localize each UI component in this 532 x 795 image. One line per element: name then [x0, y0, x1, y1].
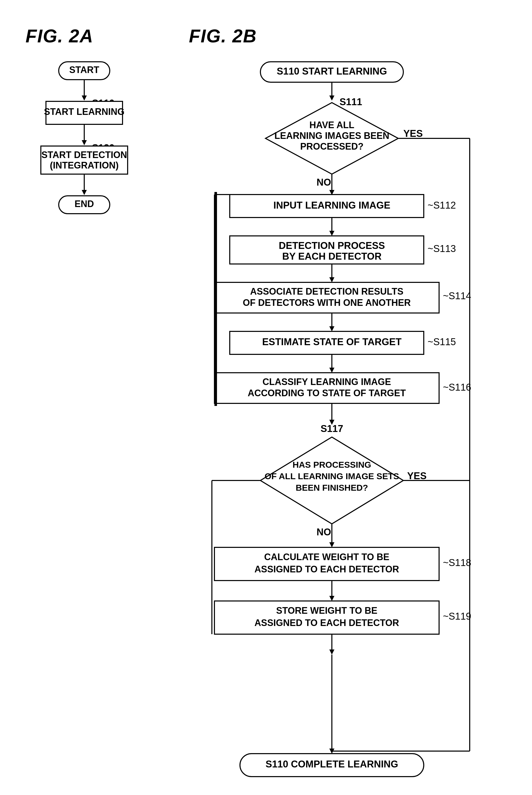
svg-marker-8	[82, 140, 87, 145]
svg-text:INPUT LEARNING IMAGE: INPUT LEARNING IMAGE	[273, 200, 390, 211]
svg-text:ASSOCIATE DETECTION RESULTS: ASSOCIATE DETECTION RESULTS	[250, 286, 404, 297]
svg-text:NO: NO	[317, 177, 331, 188]
svg-text:~S119: ~S119	[443, 611, 471, 622]
fig2a-container: FIG. 2A START S110 START LEARNING S120 S…	[25, 25, 143, 405]
svg-marker-74	[329, 542, 335, 547]
fig2b-title: FIG. 2B	[189, 25, 511, 46]
svg-text:HAVE ALL: HAVE ALL	[309, 120, 354, 130]
svg-text:~S118: ~S118	[443, 557, 471, 568]
svg-text:~S113: ~S113	[428, 243, 456, 254]
svg-text:ASSIGNED TO EACH DETECTOR: ASSIGNED TO EACH DETECTOR	[254, 618, 399, 628]
svg-marker-80	[329, 596, 335, 601]
svg-marker-89	[329, 649, 335, 655]
svg-text:CALCULATE WEIGHT TO BE: CALCULATE WEIGHT TO BE	[264, 552, 390, 562]
fig2b-flowchart: S110 START LEARNING S111 HAVE ALL LEARNI…	[189, 46, 511, 795]
svg-text:OF ALL LEARNING IMAGE SETS: OF ALL LEARNING IMAGE SETS	[264, 471, 399, 481]
svg-text:S117: S117	[321, 423, 343, 434]
svg-text:YES: YES	[403, 128, 423, 139]
svg-text:(INTEGRATION): (INTEGRATION)	[50, 160, 118, 171]
svg-text:ASSIGNED TO EACH DETECTOR: ASSIGNED TO EACH DETECTOR	[254, 564, 399, 574]
svg-text:ACCORDING TO STATE OF TARGET: ACCORDING TO STATE OF TARGET	[248, 388, 406, 398]
svg-marker-14	[82, 190, 87, 195]
svg-text:CLASSIFY LEARNING IMAGE: CLASSIFY LEARNING IMAGE	[262, 377, 391, 387]
svg-text:~S112: ~S112	[428, 200, 456, 211]
svg-text:START LEARNING: START LEARNING	[44, 107, 124, 117]
svg-text:END: END	[75, 198, 94, 209]
fig2a-title: FIG. 2A	[25, 25, 143, 46]
svg-text:STORE WEIGHT TO BE: STORE WEIGHT TO BE	[276, 605, 378, 616]
svg-text:BEEN FINISHED?: BEEN FINISHED?	[296, 483, 368, 492]
svg-marker-3	[82, 95, 87, 100]
svg-text:DETECTION PROCESS: DETECTION PROCESS	[279, 240, 385, 251]
svg-marker-42	[329, 277, 335, 282]
svg-text:YES: YES	[407, 471, 426, 481]
svg-text:OF DETECTORS WITH ONE ANOTHER: OF DETECTORS WITH ONE ANOTHER	[243, 298, 411, 308]
svg-marker-20	[329, 95, 335, 100]
svg-text:HAS PROCESSING: HAS PROCESSING	[292, 460, 371, 470]
svg-text:S111: S111	[340, 96, 362, 107]
svg-text:BY EACH DETECTOR: BY EACH DETECTOR	[282, 251, 381, 262]
fig2a-flowchart: START S110 START LEARNING S120 START DET…	[25, 46, 143, 404]
svg-text:START: START	[69, 64, 99, 75]
svg-text:PROCESSED?: PROCESSED?	[300, 141, 363, 152]
svg-text:ESTIMATE STATE OF TARGET: ESTIMATE STATE OF TARGET	[262, 337, 402, 347]
svg-text:NO: NO	[317, 527, 331, 537]
svg-rect-63	[214, 192, 217, 406]
svg-marker-36	[329, 231, 335, 236]
fig2b-container: FIG. 2B S110 START LEARNING S111 HAVE AL…	[189, 25, 511, 795]
svg-text:LEARNING IMAGES BEEN: LEARNING IMAGES BEEN	[274, 130, 389, 141]
svg-text:~S114: ~S114	[443, 290, 471, 301]
svg-marker-48	[329, 326, 335, 332]
svg-text:S110 START LEARNING: S110 START LEARNING	[277, 66, 387, 77]
svg-text:~S115: ~S115	[428, 337, 456, 347]
svg-marker-53	[329, 367, 335, 373]
svg-text:~S116: ~S116	[443, 382, 471, 393]
svg-text:S110 COMPLETE LEARNING: S110 COMPLETE LEARNING	[265, 759, 398, 770]
svg-text:START DETECTION: START DETECTION	[41, 150, 127, 160]
